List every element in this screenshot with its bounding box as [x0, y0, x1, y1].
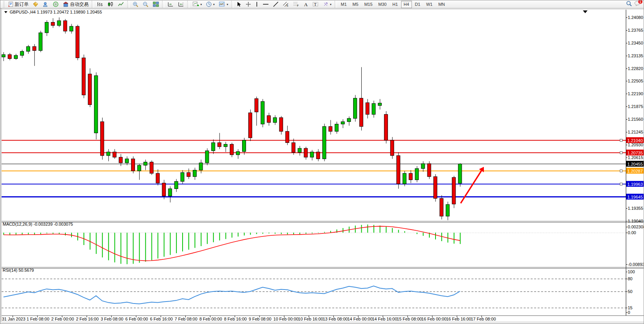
- timeframe-m15-button[interactable]: M15: [362, 1, 375, 8]
- bar-chart-button[interactable]: [95, 1, 105, 8]
- candlestick-button[interactable]: [106, 1, 116, 8]
- indicators-icon: [193, 2, 199, 7]
- candle-body: [70, 26, 73, 31]
- text-label-icon: T: [313, 2, 319, 7]
- candle-body: [45, 22, 48, 33]
- tile-windows-icon: [153, 2, 159, 7]
- chart-shift-icon: [178, 2, 184, 7]
- periods-button[interactable]: ▾: [204, 1, 217, 8]
- new-order-icon: [8, 2, 14, 7]
- templates-button[interactable]: ▾: [217, 1, 230, 8]
- text-button[interactable]: A: [302, 1, 310, 8]
- text-icon: A: [304, 2, 308, 7]
- candle-body: [39, 33, 42, 51]
- autotrade-button[interactable]: 自动交易: [61, 1, 91, 8]
- time-axis-label: 14 Feb 00:00: [347, 317, 372, 321]
- candle-body: [199, 163, 203, 170]
- candle-body: [193, 170, 196, 177]
- horizontal-line-button[interactable]: [261, 1, 271, 8]
- new-order-button[interactable]: 新订单: [6, 1, 31, 8]
- svg-text:T: T: [314, 2, 316, 7]
- market-button[interactable]: [31, 1, 41, 8]
- trendline-button[interactable]: [271, 1, 280, 8]
- auto-scroll-button[interactable]: [166, 1, 176, 8]
- candle-body: [292, 143, 295, 153]
- timeframe-h1-button[interactable]: H1: [389, 1, 400, 8]
- timeframe-m30-button[interactable]: M30: [376, 1, 389, 8]
- candle-body: [224, 144, 227, 147]
- candle-body: [440, 199, 443, 216]
- candle-body: [415, 168, 419, 180]
- candle-body: [360, 98, 363, 127]
- price-badge-label: 1.20455: [627, 162, 643, 166]
- chart-background: [0, 9, 644, 324]
- line-handle[interactable]: [620, 152, 622, 154]
- time-axis-label: 10 Feb 16:00: [298, 317, 323, 321]
- toolbar-separator: [127, 1, 130, 8]
- candlestick-icon: [108, 2, 114, 7]
- candle-body: [249, 113, 252, 138]
- equidistant-channel-button[interactable]: E: [281, 1, 291, 8]
- candle-body: [8, 55, 11, 58]
- candle-body: [409, 173, 412, 180]
- zoom-in-button[interactable]: [131, 1, 140, 8]
- time-axis-label: 8 Feb 16:00: [224, 317, 247, 321]
- timeframe-h4-button[interactable]: H4: [401, 1, 412, 8]
- trendline-icon: [273, 2, 278, 7]
- timeframe-m5-button[interactable]: M5: [350, 1, 361, 8]
- vertical-line-button[interactable]: [253, 1, 260, 8]
- time-axis-label: 14 Feb 16:00: [372, 317, 397, 321]
- line-handle[interactable]: [620, 139, 622, 142]
- candle-body: [255, 99, 258, 112]
- candle-body: [162, 183, 166, 196]
- tile-windows-button[interactable]: [151, 1, 161, 8]
- timeframe-m1-button[interactable]: M1: [338, 1, 349, 8]
- timeframe-w1-button[interactable]: W1: [424, 1, 436, 8]
- text-label-button[interactable]: T: [311, 1, 321, 8]
- chevron-down-icon[interactable]: ▾: [227, 3, 228, 6]
- market-icon: [33, 2, 39, 7]
- auto-scroll-icon: [167, 2, 174, 7]
- signals-icon: [53, 2, 59, 7]
- price-axis-label: 1.21875: [628, 104, 643, 109]
- fibonacci-button[interactable]: F: [291, 1, 301, 8]
- arrows-button[interactable]: ▾: [321, 1, 333, 8]
- time-axis-label: 6 Feb 00:00: [125, 317, 148, 321]
- chart-canvas[interactable]: 1.240801.237651.234501.231351.228201.225…: [0, 0, 644, 324]
- rsi-indicator-label: RSI(14) 50.5679: [3, 268, 34, 273]
- candle-body: [298, 148, 301, 152]
- line-chart-button[interactable]: [116, 1, 126, 8]
- candle-body: [20, 51, 24, 55]
- candle-body: [378, 103, 381, 105]
- chart-shift-button[interactable]: [176, 1, 186, 8]
- notifications-button[interactable]: 1: [634, 1, 641, 8]
- time-axis-label: 1 Feb 08:00: [27, 317, 50, 321]
- rsi-axis-label: 15: [628, 305, 632, 310]
- time-axis-label: 9 Feb 08:00: [249, 317, 272, 321]
- horizontal-line-icon: [263, 2, 269, 7]
- price-badge-label: 1.19645: [627, 195, 643, 199]
- channel-icon: E: [283, 2, 289, 7]
- line-handle[interactable]: [620, 170, 622, 172]
- timeframe-d1-button[interactable]: D1: [412, 1, 423, 8]
- cursor-button[interactable]: [235, 1, 243, 8]
- chevron-down-icon[interactable]: ▾: [200, 3, 202, 6]
- timeframe-mn-button[interactable]: MN: [436, 1, 448, 8]
- autotrade-button-label: 自动交易: [70, 1, 89, 8]
- price-axis-label: 1.23135: [628, 53, 643, 58]
- indicators-button[interactable]: ▾: [191, 1, 204, 8]
- time-axis-label: 16 Feb 16:00: [446, 317, 471, 321]
- community-button[interactable]: [41, 1, 51, 8]
- candle-body: [335, 124, 338, 132]
- chevron-down-icon[interactable]: ▾: [330, 3, 331, 6]
- search-icon[interactable]: [626, 1, 632, 8]
- price-axis-label: 1.22820: [628, 66, 643, 71]
- crosshair-button[interactable]: [244, 1, 253, 8]
- signals-button[interactable]: [51, 1, 61, 8]
- time-axis-label: 10 Feb 00:00: [273, 317, 299, 321]
- candle-body: [168, 189, 172, 196]
- candle-body: [243, 140, 246, 151]
- zoom-out-button[interactable]: [141, 1, 150, 8]
- chevron-down-icon[interactable]: ▾: [213, 3, 215, 6]
- line-handle[interactable]: [620, 183, 622, 185]
